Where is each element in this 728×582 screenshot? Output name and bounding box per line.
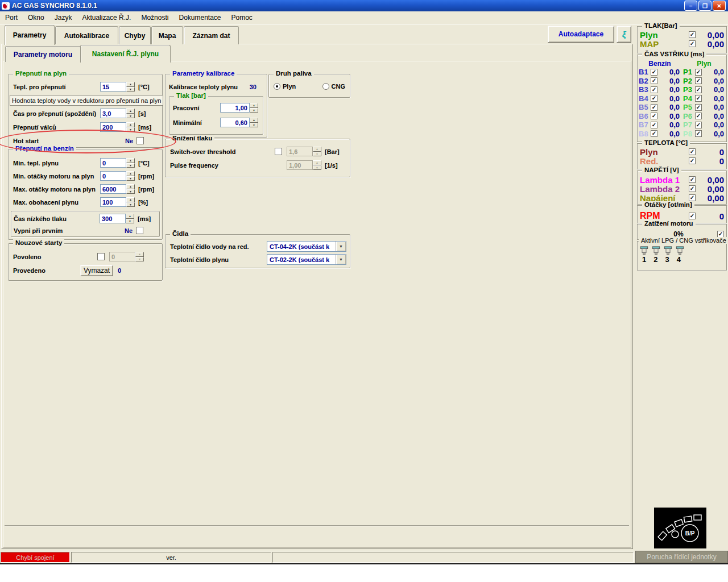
b1-checkbox[interactable] [651, 69, 657, 76]
menu-pomoc[interactable]: Pomoc [226, 12, 258, 23]
map-pressure-checkbox[interactable] [689, 40, 696, 47]
prepnuti-valcu-input[interactable]: 200 [100, 122, 135, 132]
lambda2-checkbox[interactable] [689, 185, 696, 192]
fuel-type-radios: Plyn CNG [274, 81, 348, 92]
chevron-down-icon[interactable]: ▼ [336, 242, 346, 251]
tab-autokalibrace[interactable]: Autokalibrace [55, 26, 118, 44]
plyn-pressure-checkbox[interactable] [689, 31, 696, 38]
plyn-pressure-value: 0,00 [696, 30, 724, 40]
menu-aktualizace[interactable]: Aktualizace Ř.J. [77, 12, 136, 23]
cas-pro-prepnuti-input[interactable]: 3,0 [100, 109, 135, 118]
switchover-threshold-checkbox[interactable] [275, 148, 282, 155]
field-label: Tepl. pro přepnutí [13, 84, 100, 90]
minimalni-tlak-input[interactable]: 0,60 [220, 118, 258, 127]
p2-label: P2 [683, 77, 695, 85]
spinner[interactable] [126, 122, 135, 132]
subtab-nastaveni-rj-plynu[interactable]: Nastavení Ř.J. plynu [80, 45, 171, 63]
plyn-radio[interactable] [274, 83, 280, 90]
min-tepl-plynu-input[interactable]: 0 [100, 158, 135, 168]
p5-checkbox[interactable] [695, 104, 702, 111]
b5-value: 0,0 [657, 103, 681, 111]
b7-checkbox[interactable] [651, 122, 657, 128]
field-cidlo-plynu: Teplotní čidlo plynu CT-02-2K (součást k… [170, 254, 346, 265]
input-value: 100 [102, 199, 124, 206]
min-otacky-input[interactable]: 0 [100, 171, 135, 181]
cas-nizkeho-tlaku-input[interactable]: 300 [100, 214, 134, 223]
kalibrace-teploty-value: 30 [250, 84, 257, 90]
p1-checkbox[interactable] [695, 69, 702, 76]
spinner[interactable] [313, 147, 321, 156]
tab-mapa[interactable]: Mapa [151, 26, 183, 44]
p7-checkbox[interactable] [695, 122, 702, 128]
pracovni-tlak-input[interactable]: 1,00 [220, 103, 258, 113]
reduktor-temp-checkbox[interactable] [689, 157, 696, 164]
menu-port[interactable]: Port [0, 12, 23, 23]
menu-moznosti[interactable]: Možnosti [136, 12, 173, 23]
vypni-pri-prvnim-checkbox[interactable] [136, 227, 143, 234]
spinner[interactable] [135, 252, 144, 261]
spinner[interactable] [126, 214, 134, 223]
b6-checkbox[interactable] [651, 113, 657, 119]
b4-value: 0,0 [657, 94, 681, 103]
b4-checkbox[interactable] [651, 95, 657, 102]
menu-jazyk[interactable]: Jazyk [49, 12, 77, 23]
restore-icon[interactable]: ❐ [698, 1, 712, 11]
minimize-icon[interactable]: – [684, 1, 697, 11]
b5-checkbox[interactable] [651, 104, 657, 111]
cng-radio[interactable] [322, 83, 329, 90]
b3-checkbox[interactable] [651, 86, 657, 93]
spinner[interactable] [126, 109, 135, 118]
spinner[interactable] [313, 160, 321, 170]
p6-checkbox[interactable] [695, 113, 702, 119]
plyn-temp-checkbox[interactable] [689, 148, 696, 155]
dropdown-selected-value: CT-04-2K (součást k [267, 242, 336, 251]
tab-zaznam-dat[interactable]: Záznam dat [184, 26, 239, 44]
max-otacky-input[interactable]: 6000 [100, 184, 135, 194]
pulse-frequency-input[interactable]: 1,00 [287, 160, 321, 170]
injection-time-row: B8 0,0 P8 0,0 [638, 130, 726, 139]
menu-okno[interactable]: Okno [23, 12, 49, 23]
p7-value: 0,0 [702, 120, 725, 129]
diagnostics-icon[interactable]: ξ [617, 26, 631, 43]
spinner[interactable] [126, 82, 135, 92]
autoadaptace-button[interactable]: Autoadaptace [548, 26, 614, 43]
group-title: TLAK[Bar] [642, 22, 680, 29]
p8-checkbox[interactable] [695, 130, 702, 137]
close-icon[interactable]: ✕ [713, 1, 726, 11]
lambda1-checkbox[interactable] [689, 176, 696, 183]
max-obohaceni-input[interactable]: 100 [100, 197, 135, 207]
menu-dokumentace[interactable]: Dokumentace [173, 12, 226, 23]
tepl-pro-prepnuti-input[interactable]: 15 [100, 82, 135, 92]
cidlo-plynu-dropdown[interactable]: CT-02-2K (součást k ▼ [267, 254, 346, 265]
rpm-checkbox[interactable] [689, 213, 696, 219]
spinner[interactable] [250, 103, 258, 113]
spinner[interactable] [126, 184, 135, 194]
cidlo-vody-dropdown[interactable]: CT-04-2K (součást k ▼ [267, 241, 346, 252]
tab-parametry[interactable]: Parametry [5, 25, 55, 45]
field-vypni-pri-prvnim: Vypni při prvním Ne [14, 225, 158, 236]
vymazat-button[interactable]: Vymazat [80, 265, 113, 276]
injector-number: 3 [665, 255, 669, 264]
spinner[interactable] [250, 118, 258, 127]
povoleno-checkbox[interactable] [97, 253, 105, 260]
chevron-down-icon[interactable]: ▼ [336, 255, 346, 264]
field-label: Čas pro přepnutí (spoždění) [13, 110, 100, 117]
hot-start-checkbox[interactable] [136, 137, 144, 144]
povoleno-count-input[interactable]: 0 [109, 252, 144, 261]
p4-checkbox[interactable] [695, 95, 702, 102]
subtab-parametry-motoru[interactable]: Parametry motoru [5, 46, 81, 62]
switchover-threshold-input[interactable]: 1,6 [287, 147, 321, 156]
injection-time-row: B4 0,0 P4 0,0 [638, 94, 726, 103]
title-bar: AC GAS SYNCHRO 8.1.0.1 – ❐ ✕ [0, 0, 728, 11]
napajeni-checkbox[interactable] [689, 194, 696, 201]
spinner[interactable] [126, 171, 135, 181]
p2-checkbox[interactable] [695, 77, 702, 84]
p6-label: P6 [683, 112, 695, 120]
spinner[interactable] [126, 158, 135, 168]
spinner[interactable] [126, 197, 135, 207]
tab-chyby[interactable]: Chyby [119, 26, 151, 44]
b2-checkbox[interactable] [651, 77, 657, 84]
b8-checkbox[interactable] [651, 130, 657, 137]
p3-checkbox[interactable] [695, 86, 702, 93]
injection-time-row: B7 0,0 P7 0,0 [638, 120, 726, 130]
